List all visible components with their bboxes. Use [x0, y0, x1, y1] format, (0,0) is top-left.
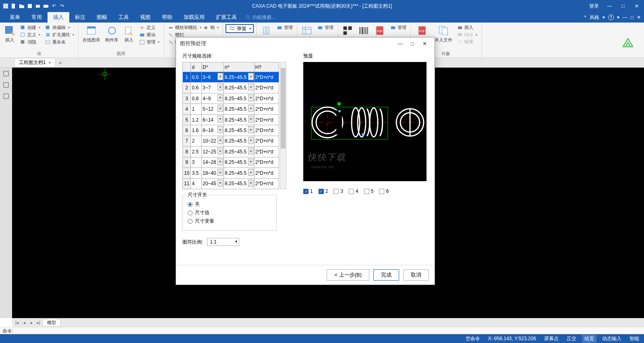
radio-value[interactable]: 尺寸值 — [188, 209, 271, 216]
table-scrollbar[interactable] — [280, 62, 286, 189]
table-row[interactable]: 11420~45▾8.25~45.5▾2*D+n*d — [183, 178, 279, 189]
col-D[interactable]: D* — [201, 62, 224, 72]
maximize-icon[interactable]: □ — [617, 1, 629, 11]
radio-variable[interactable]: 尺寸变量 — [188, 218, 271, 225]
add-tab-button[interactable]: + — [56, 60, 65, 66]
dlg-close-icon[interactable]: ✕ — [418, 41, 431, 47]
menu-common[interactable]: 常用 — [26, 12, 48, 23]
cell-dropdown-icon[interactable]: ▾ — [217, 137, 223, 144]
mech-btn1[interactable] — [259, 24, 273, 37]
hide-button[interactable]: 消隐 — [19, 39, 42, 45]
spec-table[interactable]: d D* n* H? 10.53~6▾8.25~45.5▾2*D+n*d20.6… — [182, 62, 279, 189]
status-smart[interactable]: 智能 — [627, 335, 642, 343]
dlg-min-icon[interactable]: — — [394, 41, 406, 47]
search-box[interactable]: 功能搜索... — [246, 14, 275, 21]
nav-first-icon[interactable]: |◂ — [14, 320, 20, 326]
cell-dropdown-icon[interactable]: ▾ — [248, 137, 254, 144]
table-row[interactable]: 7210~22▾8.25~45.5▾2*D+n*d — [183, 136, 279, 146]
menu-addins[interactable]: 加载应用 — [178, 12, 210, 23]
cell-dropdown-icon[interactable]: ▾ — [248, 105, 254, 112]
ratio-combo[interactable]: 1:1 — [207, 238, 239, 246]
manage-btn[interactable]: 管理 — [275, 24, 294, 31]
view-check-1[interactable]: ✓1 — [303, 188, 313, 194]
insert-block-button[interactable]: 插入 — [2, 24, 17, 44]
view-check-4[interactable]: 4 — [349, 188, 358, 194]
merge-file-btn[interactable]: 并入文件 — [433, 24, 454, 44]
menu-tools[interactable]: 工具 — [113, 12, 135, 23]
table-manage-btn[interactable]: 管理 — [316, 24, 335, 31]
cell-dropdown-icon[interactable]: ▾ — [248, 73, 254, 80]
cell-dropdown-icon[interactable]: ▾ — [248, 116, 254, 123]
model-tab[interactable]: 模型 — [43, 319, 60, 326]
menu-sheet[interactable]: 图幅 — [91, 12, 113, 23]
cell-dropdown-icon[interactable]: ▾ — [217, 158, 223, 165]
nav-last-icon[interactable]: ▸| — [35, 320, 42, 326]
table-row[interactable]: 61.68~18▾8.25~45.5▾2*D+n*d — [183, 125, 279, 136]
open-icon[interactable] — [19, 3, 25, 9]
status-ortho[interactable]: 正交 — [564, 335, 579, 343]
prev-button[interactable]: < 上一步(B) — [327, 269, 369, 281]
table-row[interactable]: 415~12▾8.25~45.5▾2*D+n*d — [183, 104, 279, 114]
undo-icon[interactable]: ↶ — [51, 3, 57, 9]
cell-dropdown-icon[interactable]: ▾ — [248, 126, 254, 133]
help-icon[interactable]: ? — [608, 14, 614, 20]
table-row[interactable]: 30.84~9▾8.25~45.5▾2*D+n*d — [183, 93, 279, 103]
table-row[interactable]: 20.63~7▾8.25~45.5▾2*D+n*d — [183, 83, 279, 93]
finish-button[interactable]: 完成 — [373, 269, 399, 281]
table-row[interactable]: 82.512~25▾8.25~45.5▾2*D+n*d — [183, 147, 279, 157]
mdi-min-icon[interactable]: — — [623, 14, 627, 20]
status-lineweight[interactable]: 线宽 — [582, 335, 596, 343]
dlg-max-icon[interactable]: □ — [406, 41, 418, 47]
cell-dropdown-icon[interactable]: ▾ — [217, 169, 223, 176]
parts-library-button[interactable]: 构件库 — [104, 24, 120, 44]
cell-dropdown-icon[interactable]: ▾ — [248, 169, 254, 176]
col-d[interactable]: d — [191, 62, 202, 72]
lib-define-button[interactable]: 定义 — [138, 24, 161, 31]
view-check-5[interactable]: 5 — [364, 188, 374, 194]
cell-dropdown-icon[interactable]: ▾ — [248, 83, 254, 91]
bolts-button[interactable]: 螺栓和螺柱▾销▾ — [166, 24, 220, 31]
lib-insert-button[interactable]: 插入 — [122, 24, 136, 44]
save-icon[interactable] — [27, 3, 33, 9]
view-check-6[interactable]: 6 — [379, 188, 389, 194]
doc-tab[interactable]: 工程图文档1 × — [14, 58, 56, 67]
close-icon[interactable]: ✕ — [631, 1, 642, 11]
menu-view[interactable]: 视图 — [135, 12, 156, 23]
expand-attr-button[interactable]: 扩充属性▾ — [43, 31, 76, 38]
col-n[interactable]: n* — [224, 62, 255, 72]
cell-dropdown-icon[interactable]: ▾ — [217, 73, 223, 80]
status-dyn[interactable]: 动态输入 — [600, 335, 624, 343]
cell-dropdown-icon[interactable]: ▾ — [217, 180, 223, 187]
cell-dropdown-icon[interactable]: ▾ — [217, 105, 223, 112]
table-row[interactable]: 9314~28▾8.25~45.5▾2*D+n*d — [183, 157, 279, 167]
command-line[interactable]: 命令: — [0, 327, 644, 334]
cell-dropdown-icon[interactable]: ▾ — [217, 116, 223, 123]
link-btn[interactable]: 链接 — [456, 38, 479, 45]
menu-annotate[interactable]: 标注 — [69, 12, 91, 23]
table-btn[interactable] — [300, 24, 314, 37]
table-row[interactable]: 103.518~40▾8.25~45.5▾2*D+n*d — [183, 168, 279, 178]
col-H[interactable]: H? — [254, 62, 279, 72]
menu-help[interactable]: 帮助 — [156, 12, 178, 23]
status-screen[interactable]: 屏幕点 — [542, 335, 561, 343]
nav-next-icon[interactable]: ▸ — [28, 320, 35, 326]
cell-dropdown-icon[interactable]: ▾ — [248, 158, 254, 165]
cell-dropdown-icon[interactable]: ▾ — [248, 147, 254, 155]
style-label[interactable]: 风格 — [590, 14, 599, 21]
lib-drive-button[interactable]: 驱动 — [138, 31, 161, 38]
cell-dropdown-icon[interactable]: ▾ — [217, 126, 223, 133]
radio-off[interactable]: 关 — [188, 201, 271, 208]
cell-dropdown-icon[interactable]: ▾ — [217, 83, 223, 91]
create-button[interactable]: 创建▾ — [19, 24, 42, 31]
ole-btn[interactable]: OLE▾ — [456, 31, 479, 38]
cell-dropdown-icon[interactable]: ▾ — [217, 147, 223, 155]
table-row[interactable]: 10.53~6▾8.25~45.5▾2*D+n*d — [183, 72, 279, 83]
cell-dropdown-icon[interactable]: ▾ — [248, 180, 254, 187]
minimize-icon[interactable]: — — [604, 1, 615, 11]
view-check-3[interactable]: 3 — [333, 188, 343, 194]
code-manage-btn[interactable]: 管理 — [389, 24, 408, 31]
nav-prev-icon[interactable]: ◂ — [21, 320, 27, 326]
redo-icon[interactable]: ↷ — [59, 3, 65, 9]
spring-combo[interactable]: 弹簧 — [226, 24, 254, 33]
tool2-icon[interactable] — [2, 81, 10, 89]
